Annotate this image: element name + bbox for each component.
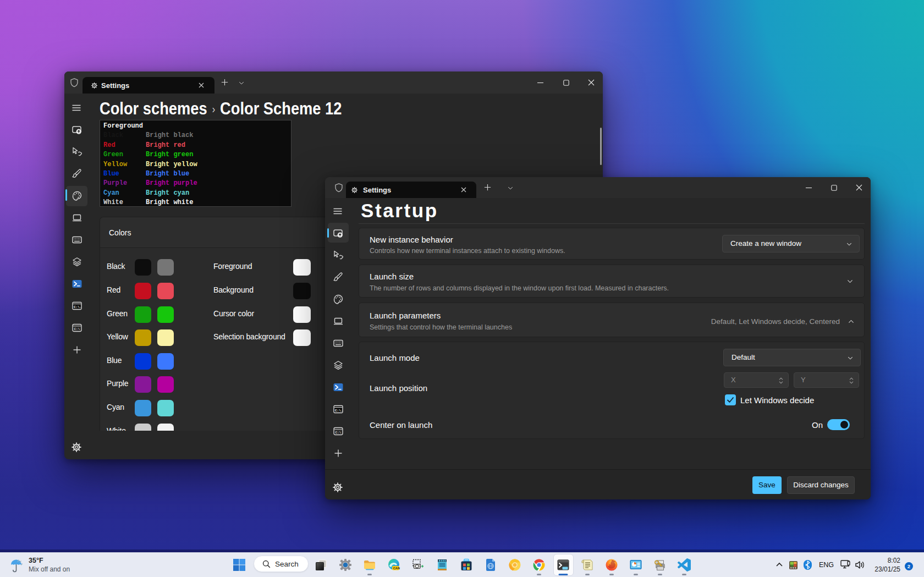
svg-text:CAN: CAN (393, 567, 400, 570)
